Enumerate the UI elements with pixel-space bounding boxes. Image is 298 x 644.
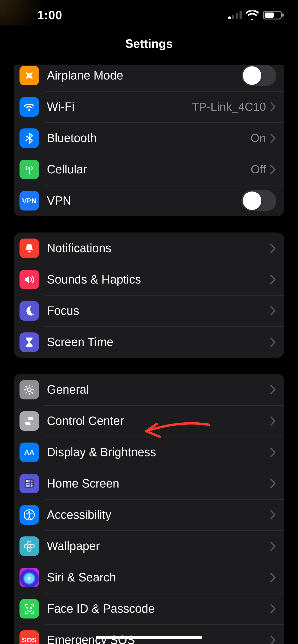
- chevron-right-icon: [270, 541, 276, 551]
- wifi-icon: [20, 97, 39, 116]
- svg-rect-32: [31, 485, 33, 487]
- status-time: 1:00: [37, 8, 62, 22]
- svg-line-16: [32, 392, 33, 394]
- settings-row-general[interactable]: General: [14, 374, 284, 405]
- toggle-switch[interactable]: [241, 190, 276, 212]
- moon-icon: [20, 301, 39, 320]
- status-bar: 1:00: [0, 0, 298, 30]
- antenna-icon: [20, 160, 39, 179]
- chevron-right-icon: [270, 133, 276, 143]
- svg-point-40: [27, 607, 28, 608]
- chevron-right-icon: [270, 102, 276, 112]
- chevron-right-icon: [270, 604, 276, 614]
- hourglass-icon: [20, 332, 39, 352]
- svg-rect-30: [26, 485, 28, 487]
- accessibility-icon: [20, 505, 39, 524]
- chevron-right-icon: [270, 510, 276, 520]
- row-label: Notifications: [47, 241, 270, 255]
- svg-point-37: [27, 548, 31, 551]
- chevron-right-icon: [270, 479, 276, 488]
- chevron-right-icon: [270, 244, 276, 253]
- chevron-right-icon: [270, 385, 276, 394]
- svg-rect-29: [31, 483, 33, 484]
- settings-row-airplane[interactable]: Airplane Mode: [14, 65, 284, 91]
- svg-rect-31: [28, 485, 30, 487]
- textsize-icon: AA: [20, 442, 39, 462]
- svg-rect-27: [26, 483, 28, 484]
- row-value: TP-Link_4C10: [192, 100, 266, 114]
- svg-rect-25: [28, 480, 30, 482]
- settings-row-sos[interactable]: SOSEmergency SOS: [14, 624, 284, 644]
- row-label: Home Screen: [47, 476, 270, 490]
- svg-point-36: [27, 541, 31, 545]
- sos-icon: SOS: [20, 630, 39, 644]
- wifi-status-icon: [246, 10, 258, 20]
- vpn-icon: VPN: [20, 191, 39, 210]
- nav-bar: Settings: [0, 30, 298, 65]
- chevron-right-icon: [270, 416, 276, 426]
- settings-row-vpn[interactable]: VPNVPN: [14, 185, 284, 216]
- settings-row-display[interactable]: AADisplay & Brightness: [14, 436, 284, 468]
- airplane-icon: [20, 66, 39, 85]
- status-indicators: [228, 10, 284, 20]
- settings-row-accessibility[interactable]: Accessibility: [14, 499, 284, 530]
- settings-row-sounds[interactable]: Sounds & Haptics: [14, 264, 284, 295]
- svg-rect-24: [26, 480, 28, 482]
- svg-point-7: [28, 109, 30, 111]
- row-label: Focus: [47, 304, 270, 318]
- toggle-switch[interactable]: [241, 65, 276, 86]
- toggles-icon: [20, 411, 39, 431]
- row-value: Off: [251, 163, 266, 176]
- settings-row-focus[interactable]: Focus: [14, 295, 284, 326]
- settings-section-alerts: NotificationsSounds & HapticsFocusScreen…: [14, 232, 284, 358]
- row-label: Airplane Mode: [47, 68, 241, 82]
- svg-line-18: [26, 392, 27, 394]
- grid-icon: [20, 474, 39, 493]
- row-label: Display & Brightness: [47, 445, 270, 459]
- settings-row-siri[interactable]: Siri & Search: [14, 562, 284, 593]
- settings-section-general: GeneralControl CenterAADisplay & Brightn…: [14, 374, 284, 644]
- settings-row-faceid[interactable]: Face ID & Passcode: [14, 593, 284, 624]
- row-label: Screen Time: [47, 335, 270, 349]
- settings-row-wifi[interactable]: Wi-FiTP-Link_4C10: [14, 91, 284, 122]
- row-label: Wi-Fi: [47, 100, 192, 114]
- svg-point-34: [28, 511, 30, 513]
- svg-rect-6: [282, 14, 283, 17]
- chevron-right-icon: [270, 572, 276, 582]
- flower-icon: [20, 536, 39, 556]
- svg-line-17: [32, 386, 33, 387]
- settings-row-wallpaper[interactable]: Wallpaper: [14, 530, 284, 562]
- settings-section-connectivity: Airplane ModeWi-FiTP-Link_4C10BluetoothO…: [14, 65, 284, 216]
- battery-icon: [263, 10, 284, 20]
- svg-line-15: [26, 386, 27, 387]
- row-label: Cellular: [47, 162, 251, 176]
- svg-rect-5: [264, 12, 274, 18]
- settings-row-controlcenter[interactable]: Control Center: [14, 405, 284, 436]
- chevron-right-icon: [270, 448, 276, 457]
- svg-rect-2: [236, 13, 238, 19]
- row-label: General: [47, 383, 270, 396]
- svg-point-41: [31, 607, 32, 608]
- settings-row-bluetooth[interactable]: BluetoothOn: [14, 122, 284, 154]
- settings-row-notifications[interactable]: Notifications: [14, 232, 284, 264]
- chevron-right-icon: [270, 306, 276, 316]
- svg-point-38: [24, 544, 28, 548]
- settings-scroll[interactable]: Airplane ModeWi-FiTP-Link_4C10BluetoothO…: [0, 65, 298, 644]
- svg-point-10: [27, 388, 31, 392]
- speaker-icon: [20, 270, 39, 289]
- siri-icon: [20, 568, 39, 587]
- settings-row-cellular[interactable]: CellularOff: [14, 154, 284, 185]
- row-label: Siri & Search: [47, 570, 270, 584]
- home-indicator: [96, 636, 202, 639]
- svg-rect-3: [239, 11, 242, 19]
- row-label: Face ID & Passcode: [47, 602, 270, 616]
- svg-rect-9: [28, 250, 31, 252]
- row-label: Control Center: [47, 414, 270, 428]
- page-title: Settings: [125, 37, 173, 50]
- cellular-icon: [228, 11, 242, 19]
- settings-row-homescreen[interactable]: Home Screen: [14, 468, 284, 499]
- svg-point-22: [30, 422, 33, 425]
- svg-point-20: [25, 417, 29, 420]
- settings-row-screentime[interactable]: Screen Time: [14, 326, 284, 358]
- row-label: Accessibility: [47, 508, 270, 522]
